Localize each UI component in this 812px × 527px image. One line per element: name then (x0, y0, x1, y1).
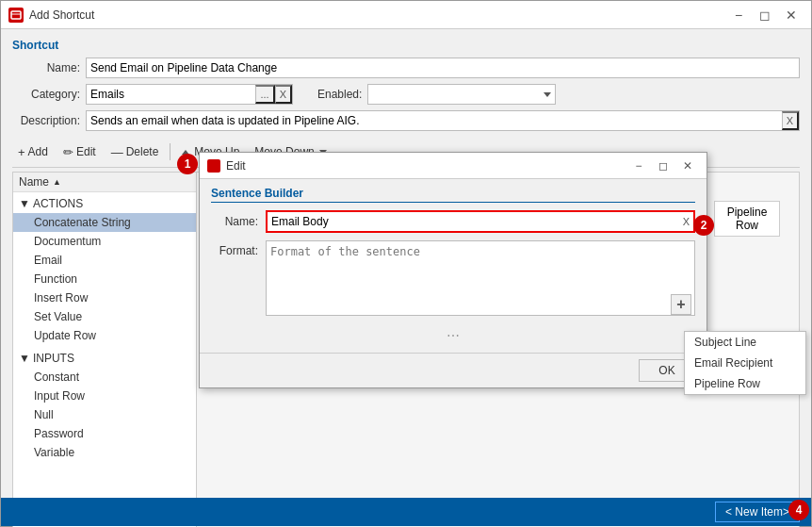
tree-item-email[interactable]: Email (13, 251, 196, 270)
tree-item-concatenate-string[interactable]: Concatenate String (13, 213, 196, 232)
name-row: Name: (12, 58, 800, 78)
edit-icon: ✏ (63, 145, 73, 159)
delete-label: Delete (126, 145, 159, 158)
modal-controls: − ◻ ✕ (627, 157, 699, 174)
enabled-dropdown-arrow (544, 92, 551, 97)
new-item-button[interactable]: < New Item> (715, 502, 800, 522)
modal-format-area: + (266, 240, 695, 319)
modal-format-label: Format: (211, 244, 258, 257)
tree-item-null[interactable]: Null (13, 405, 196, 424)
dropdown-menu: Subject Line Email Recipient Pipeline Ro… (684, 331, 806, 395)
annotation-4: 4 (788, 500, 809, 520)
tree-item-set-value[interactable]: Set Value (13, 307, 196, 326)
description-input-wrap: X (86, 110, 800, 131)
actions-label: ACTIONS (33, 197, 83, 210)
tree-item-input-row[interactable]: Input Row (13, 387, 196, 405)
description-clear-button[interactable]: X (782, 111, 799, 130)
delete-button[interactable]: — Delete (106, 140, 165, 163)
category-row: Category: ... X Enabled: (12, 84, 800, 105)
enabled-section: Enabled: (317, 84, 556, 105)
dropdown-email-recipient[interactable]: Email Recipient (685, 353, 805, 373)
tree-item-password[interactable]: Password (13, 424, 196, 443)
add-label: Add (28, 145, 48, 158)
shortcut-section-label: Shortcut (12, 39, 800, 52)
annotation-2: 2 (693, 215, 714, 236)
dropdown-pipeline-row[interactable]: Pipeline Row (685, 373, 805, 394)
minimize-button[interactable]: − (726, 6, 751, 25)
tree-header[interactable]: Name ▲ (13, 173, 196, 192)
dropdown-subject-line[interactable]: Subject Line (685, 332, 805, 353)
modal-name-input-wrap: X (266, 210, 695, 233)
tree-item-function[interactable]: Function (13, 270, 196, 288)
new-item-label: < New Item> (725, 505, 789, 519)
modal-name-input[interactable] (268, 215, 679, 228)
main-window: Add Shortcut − ◻ ✕ Shortcut Name: Catego… (0, 0, 812, 527)
enabled-label: Enabled: (317, 88, 362, 101)
name-label: Name: (12, 61, 80, 74)
description-input[interactable] (87, 111, 782, 130)
modal-format-row: Format: + (211, 240, 695, 319)
delete-icon: — (111, 145, 123, 159)
modal-maximize-button[interactable]: ◻ (652, 157, 674, 174)
tree-item-constant[interactable]: Constant (13, 368, 196, 387)
maximize-button[interactable]: ◻ (753, 6, 777, 25)
actions-expand-icon: ▼ (19, 197, 30, 210)
format-textarea[interactable] (266, 240, 695, 316)
pipeline-row-label: PipelineRow (714, 201, 780, 237)
category-clear-button[interactable]: X (275, 85, 292, 104)
tree-sort-icon: ▲ (53, 177, 61, 187)
modal-close-button[interactable]: ✕ (676, 157, 699, 174)
name-input[interactable] (86, 58, 800, 78)
category-label: Category: (12, 88, 80, 101)
description-row: Description: X (12, 110, 800, 131)
modal-title-bar: Edit − ◻ ✕ (200, 153, 706, 179)
window-title: Add Shortcut (29, 8, 94, 22)
close-button[interactable]: ✕ (779, 6, 804, 25)
title-bar-controls: − ◻ ✕ (726, 6, 804, 25)
enabled-dropdown[interactable] (367, 84, 556, 105)
tree-item-insert-row[interactable]: Insert Row (13, 288, 196, 307)
tree-actions-section: ▼ ACTIONS Concatenate String Documentum … (13, 192, 196, 347)
add-button[interactable]: + Add (12, 140, 54, 163)
plus-button[interactable]: + (671, 294, 691, 315)
modal-separator: ⋯ (211, 326, 695, 345)
modal-title-left: Edit (207, 159, 246, 173)
modal-name-row: Name: X (211, 210, 695, 233)
toolbar-separator (170, 143, 171, 160)
category-input-wrap: ... X (86, 84, 293, 105)
left-panel-tree: Name ▲ ▼ ACTIONS Concatenate String Docu… (12, 172, 197, 527)
tree-item-update-row[interactable]: Update Row (13, 326, 196, 345)
sentence-builder-label: Sentence Builder (211, 187, 695, 203)
tree-actions-header[interactable]: ▼ ACTIONS (13, 194, 196, 213)
title-bar-left: Add Shortcut (8, 8, 94, 23)
edit-modal: Edit − ◻ ✕ Sentence Builder Name: X Form… (199, 152, 707, 388)
edit-label: Edit (76, 145, 96, 158)
inputs-label: INPUTS (33, 352, 74, 365)
app-icon (8, 8, 24, 23)
annotation-1: 1 (177, 154, 198, 174)
edit-button[interactable]: ✏ Edit (57, 140, 102, 163)
modal-name-clear-button[interactable]: X (679, 216, 693, 227)
title-bar: Add Shortcut − ◻ ✕ (1, 1, 811, 29)
category-browse-button[interactable]: ... (255, 85, 274, 104)
add-icon: + (18, 145, 25, 159)
modal-title-icon (207, 159, 220, 173)
description-label: Description: (12, 114, 80, 127)
modal-name-label: Name: (211, 215, 258, 228)
modal-title-text: Edit (226, 159, 246, 173)
category-input[interactable] (87, 85, 255, 104)
inputs-expand-icon: ▼ (19, 352, 30, 365)
bottom-bar: < New Item> (1, 498, 811, 526)
tree-inputs-section: ▼ INPUTS Constant Input Row Null Passwor… (13, 347, 196, 464)
tree-name-label: Name (19, 175, 49, 189)
tree-inputs-header[interactable]: ▼ INPUTS (13, 349, 196, 368)
modal-content: Sentence Builder Name: X Format: + ⋯ (200, 179, 706, 353)
svg-rect-0 (11, 11, 21, 19)
modal-minimize-button[interactable]: − (627, 157, 650, 174)
modal-footer: OK (200, 353, 706, 387)
tree-item-documentum[interactable]: Documentum (13, 232, 196, 251)
tree-item-variable[interactable]: Variable (13, 443, 196, 462)
